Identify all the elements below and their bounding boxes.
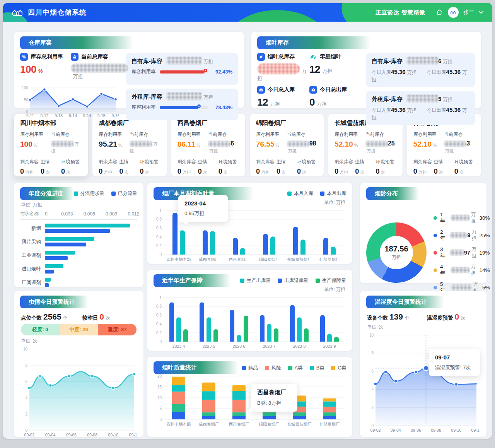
legend-item[interactable]: 分流需求量 <box>74 190 105 197</box>
legend-item[interactable]: 生产出库量 <box>240 277 271 284</box>
svg-text:09-04: 09-04 <box>391 428 401 433</box>
redacted-value <box>450 232 467 238</box>
factory-card[interactable]: 西昌卷烟厂 库存利用率86.11% 当前库存6万担 剩余库容0万担 虫情0次 环… <box>171 114 245 176</box>
panel-title: 仓库库容 <box>20 36 133 49</box>
redacted-value <box>208 141 230 147</box>
legend-item[interactable]: 本月入库 <box>287 190 313 197</box>
svg-text:9-12: 9-12 <box>40 113 48 118</box>
svg-text:6: 6 <box>25 380 27 384</box>
svg-text:8: 8 <box>371 351 374 355</box>
svg-text:0: 0 <box>159 340 162 344</box>
utilization-progress-bar <box>160 70 209 74</box>
redacted-value <box>71 63 128 73</box>
svg-text:9-16: 9-16 <box>111 113 119 118</box>
app-window: 四川中烟仓储系统 正直豁达 智慧精微 张三 仓库库容 <box>0 0 495 448</box>
header-decoration <box>225 10 329 22</box>
svg-text:09-02: 09-02 <box>24 433 35 437</box>
stat-total-capacity: 当前总库容 万担 <box>71 53 121 80</box>
redacted-value <box>406 95 438 103</box>
svg-text:15: 15 <box>157 385 162 389</box>
insect-trend-chart: 024681009-0209-0409-0609-0809-1009-12 <box>20 346 137 439</box>
redacted-value <box>451 215 470 221</box>
svg-text:0.2: 0.2 <box>156 244 162 248</box>
legend-item[interactable]: C类 <box>331 365 346 371</box>
svg-text:0: 0 <box>159 253 162 257</box>
svg-text:长城雪茄烟厂: 长城雪茄烟厂 <box>287 422 312 426</box>
svg-text:09-12: 09-12 <box>471 428 480 433</box>
app-header: 四川中烟仓储系统 正直豁达 智慧精微 张三 <box>3 3 492 22</box>
panel-monthly-throughput: 烟厂本月调剂吞吐量 本月入库本月出库 单位: 万担 00.20.40.60.81… <box>147 183 352 264</box>
unit-label: 单位: 次 <box>367 324 480 330</box>
svg-text:0.6: 0.6 <box>156 226 162 230</box>
temp-stats: 设备个数139个 温湿度预警0次 <box>367 312 480 321</box>
chart-legend: 生产出库量出库退库量生产保障量 <box>240 274 346 284</box>
legend-item[interactable]: B类 <box>310 365 324 371</box>
diversion-row: 新烟 <box>20 224 137 233</box>
unit-label: 单位: 万担 <box>154 286 345 293</box>
svg-text:什邡卷烟厂: 什邡卷烟厂 <box>319 257 340 262</box>
svg-text:09-02: 09-02 <box>370 428 381 433</box>
svg-text:2023-7: 2023-7 <box>263 344 276 349</box>
redacted-value <box>130 141 152 147</box>
stat-today-outbound: 今日总出库 0万担 <box>309 86 362 108</box>
svg-text:09-08: 09-08 <box>431 428 441 433</box>
panel-title: 温湿度今日预警统计 <box>366 296 444 308</box>
legend-item[interactable]: 生产保障量 <box>316 277 346 284</box>
donut-center: 187.56万担 <box>380 236 413 269</box>
svg-text:0: 0 <box>159 417 162 422</box>
panel-insect-warning: 虫情今日预警统计 点位个数2565个 较昨日0次 轻度: 0中度: 28重度: … <box>14 291 143 437</box>
age-donut-chart: 187.56万担 <box>366 222 427 283</box>
legend-item[interactable]: 本月出库 <box>320 190 346 197</box>
svg-text:10: 10 <box>23 347 28 351</box>
unit-label: 单位: 次 <box>21 338 137 344</box>
header-slogan: 正直豁达 智慧精微 <box>376 9 425 16</box>
age-legend-item[interactable]: 3年97万担19% <box>434 246 490 259</box>
svg-text:2023-9: 2023-9 <box>323 344 336 349</box>
svg-text:09-10: 09-10 <box>108 433 118 437</box>
factory-card[interactable]: 成都卷烟厂 库存利用率95.21% 当前库存万担 剩余库容0万担 虫情0次 环境… <box>92 114 166 176</box>
svg-text:0: 0 <box>25 428 27 433</box>
username: 张三 <box>463 9 474 16</box>
chart-tooltip: 2023-04 0.95万担 <box>178 195 228 222</box>
own-capacity-card: 自有库-库容万担 库容利用率92.43% <box>126 53 238 85</box>
panel-title: 虫情今日预警统计 <box>20 296 88 308</box>
chevron-down-icon[interactable] <box>479 10 483 15</box>
inbound-icon <box>257 86 265 94</box>
svg-text:4: 4 <box>371 387 374 392</box>
percent-icon: % <box>20 53 28 61</box>
temp-trend-chart: 024681009-0209-0409-0609-0809-1009-12 <box>366 332 480 435</box>
redacted-value <box>450 250 464 256</box>
home-icon[interactable] <box>435 9 443 16</box>
svg-text:什邡卷烟厂: 什邡卷烟厂 <box>319 422 340 426</box>
svg-text:0.4: 0.4 <box>156 235 162 239</box>
age-legend-item[interactable]: 2年9万担25% <box>434 229 490 242</box>
svg-text:9-14: 9-14 <box>83 113 91 118</box>
factory-card[interactable]: 四川中烟本部 库存利用率100% 当前库存万担 剩余库容0万担 虫情0次 环境预… <box>14 114 88 176</box>
age-legend-item[interactable]: 4年万担14% <box>434 263 490 277</box>
production-chart: 00.20.40.60.812023-42023-52023-62023-720… <box>154 294 346 351</box>
legend-item[interactable]: 已分流量 <box>111 190 137 197</box>
svg-text:1: 1 <box>159 209 162 213</box>
severity-pill: 重度: 27 <box>98 324 137 335</box>
avatar[interactable] <box>448 7 459 18</box>
panel-title: 近半年生产保障 <box>154 274 230 287</box>
quality-chart: 05101520四川中烟本部成都卷烟厂西昌卷烟厂绵阳卷烟厂长城雪茄烟厂什邡卷烟厂 <box>154 373 346 429</box>
diversion-row: 薄片采购 <box>20 237 137 246</box>
redacted-value <box>365 141 388 147</box>
redacted-value <box>51 141 73 147</box>
svg-text:绵阳卷烟厂: 绵阳卷烟厂 <box>259 257 280 262</box>
legend-item[interactable]: 出库退库量 <box>278 277 309 284</box>
svg-text:9-15: 9-15 <box>97 113 106 118</box>
svg-text:09-06: 09-06 <box>411 428 421 433</box>
legend-item[interactable]: 精品 <box>242 365 258 371</box>
severity-pill: 中度: 28 <box>60 324 98 335</box>
chart-legend: 本月入库本月出库 <box>287 187 346 197</box>
logo-icon <box>12 8 23 17</box>
panel-production-assurance: 近半年生产保障 生产出库量出库退库量生产保障量 单位: 万担 00.20.40.… <box>147 270 352 351</box>
svg-text:成都卷烟厂: 成都卷烟厂 <box>199 257 219 262</box>
age-legend-item[interactable]: 1年万担30% <box>434 211 490 224</box>
legend-item[interactable]: A类 <box>288 365 303 371</box>
capacity-trend-chart: 0501009-119-129-139-149-149-159-16 <box>20 85 121 120</box>
legend-item[interactable]: 风险 <box>265 365 281 371</box>
severity-pills: 轻度: 0中度: 28重度: 27 <box>21 324 137 335</box>
